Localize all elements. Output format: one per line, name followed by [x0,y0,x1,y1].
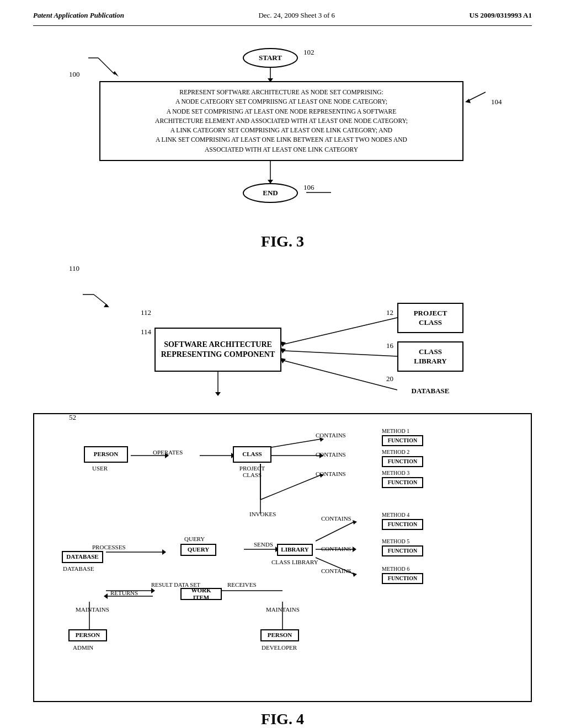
database-upper: DATABASE [397,380,463,402]
database-label: DATABASE [63,565,94,572]
svg-line-12 [94,295,108,306]
fig3-section: 100 102 104 106 START REPRESENT SOFTWARE… [33,37,532,250]
start-oval: START [243,48,298,68]
proj-class-text: PROJECT CLASS [414,309,447,328]
contains2-label: CONTAINS [316,451,346,458]
contains5-label: CONTAINS [321,545,351,552]
method4-label: METHOD 4 [382,512,409,518]
page-header: Patent Application Publication Dec. 24, … [33,11,532,26]
method5-label: METHOD 5 [382,538,409,544]
database-box-left: DATABASE [62,551,103,563]
query-box: QUERY [180,544,216,556]
label-12: 12 [386,308,393,317]
method1-label: METHOD 1 [382,428,409,434]
developer-label: DEVELOPER [262,644,297,651]
sarc-text: SOFTWARE ARCHITECTURE REPRESENTING COMPO… [161,340,275,360]
svg-marker-4 [465,99,471,103]
fig3-title: FIG. 3 [33,233,532,250]
svg-line-16 [284,351,397,356]
svg-marker-2 [113,71,119,77]
contains4-label: CONTAINS [321,515,351,522]
svg-line-26 [271,439,321,447]
invokes-label: INVOKES [249,511,276,517]
label-110: 110 [69,264,79,273]
flow-rect: REPRESENT SOFTWARE ARCHITECTURE AS NODE … [99,81,463,161]
label-20: 20 [386,374,393,383]
main-diagram: PERSON USER OPERATES CLASS PROJECT CLASS… [33,413,532,702]
maintains-right-label: MAINTAINS [266,606,300,613]
svg-marker-49 [104,593,108,599]
label-104: 104 [491,98,502,106]
end-oval: END [243,183,298,203]
function1-box: FUNCTION [382,435,423,446]
receives-label: RECEIVES [227,581,257,588]
sarc-box: SOFTWARE ARCHITECTURE REPRESENTING COMPO… [154,328,281,372]
label-112: 112 [141,308,151,317]
svg-marker-13 [104,304,109,307]
person-box-developer: PERSON [260,629,299,641]
admin-label: ADMIN [73,644,93,651]
svg-marker-43 [162,549,166,555]
function2-box: FUNCTION [382,456,423,467]
svg-line-36 [316,522,354,541]
processes-label: PROCESSES [92,544,126,550]
header-center: Dec. 24, 2009 Sheet 3 of 6 [258,11,335,20]
operates-label: OPERATES [153,449,183,456]
method6-label: METHOD 6 [382,566,409,572]
svg-marker-21 [215,392,221,396]
svg-line-14 [284,318,397,344]
svg-line-1 [98,58,115,74]
sends-label: SENDS [254,541,273,548]
contains6-label: CONTAINS [321,568,351,574]
svg-line-31 [260,475,321,500]
svg-line-18 [284,361,397,390]
header-left: Patent Application Publication [33,11,124,20]
fig3-diagram: 100 102 104 106 START REPRESENT SOFTWARE… [33,37,532,224]
label-106: 106 [303,183,315,192]
label-16: 16 [386,341,393,350]
method2-label: METHOD 2 [382,449,409,455]
library-box: LIBRARY [277,544,313,556]
method3-label: METHOD 3 [382,470,409,476]
contains1-label: CONTAINS [316,432,346,438]
class-box: CLASS [233,446,271,463]
svg-line-3 [469,92,486,100]
svg-marker-39 [353,547,356,552]
label-102: 102 [303,48,315,57]
class-lib-box: CLASS LIBRARY [397,341,463,372]
person-box-admin: PERSON [68,629,107,641]
contains3-label: CONTAINS [316,470,346,477]
svg-marker-41 [353,572,357,577]
header-right: US 2009/0319993 A1 [470,11,532,20]
project-class-label: PROJECT CLASS [230,465,274,478]
fig4-title: FIG. 4 [33,710,532,728]
function3-box: FUNCTION [382,477,423,488]
page: Patent Application Publication Dec. 24, … [0,0,565,728]
proj-class-box: PROJECT CLASS [397,303,463,333]
class-library-label: CLASS LIBRARY [271,559,318,565]
maintains-left-label: MAINTAINS [76,606,109,613]
work-item-box: WORK ITEM [180,588,222,600]
diagram-inner: PERSON USER OPERATES CLASS PROJECT CLASS… [45,425,520,690]
query-label-top: QUERY [184,536,205,542]
svg-marker-37 [353,520,357,524]
label-114: 114 [141,328,151,336]
function4-box: FUNCTION [382,519,423,530]
function5-box: FUNCTION [382,545,423,556]
user-label: USER [92,465,108,472]
person-box-left: PERSON [84,446,128,463]
fig4-section: 110 [33,259,532,728]
label-100: 100 [69,70,80,79]
flow-rect-text: REPRESENT SOFTWARE ARCHITECTURE AS NODE … [155,89,408,153]
function6-box: FUNCTION [382,573,423,584]
returns-label: RETURNS [110,590,138,596]
fig4-upper: 112 114 12 16 20 SOFTWARE ARCHITECTURE R… [33,292,532,402]
class-lib-text: CLASS LIBRARY [414,347,447,366]
